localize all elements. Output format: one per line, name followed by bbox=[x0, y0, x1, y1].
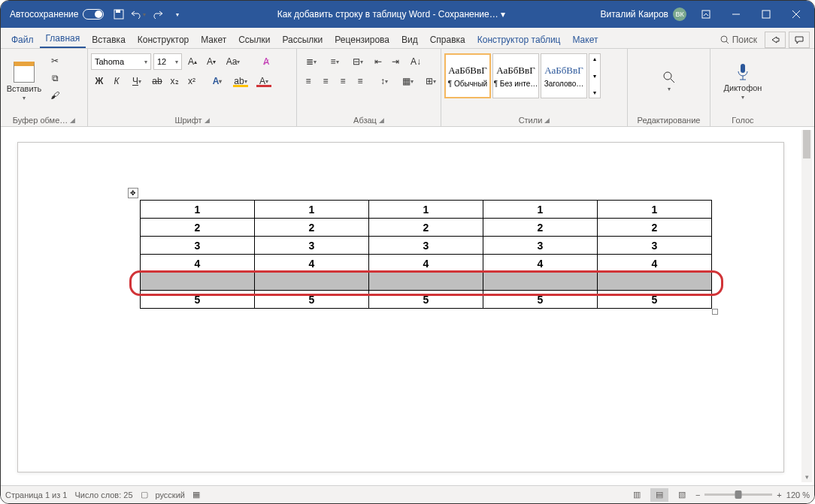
subscript-button[interactable]: x₂ bbox=[166, 73, 183, 89]
shrink-font-button[interactable]: A▾ bbox=[203, 53, 220, 70]
tab-help[interactable]: Справка bbox=[424, 30, 471, 48]
bold-button[interactable]: Ж bbox=[91, 73, 108, 89]
avatar: ВК bbox=[673, 8, 686, 21]
autosave-toggle[interactable]: Автосохранение bbox=[10, 9, 104, 20]
vertical-scrollbar[interactable]: ▴ ▾ bbox=[801, 130, 812, 482]
cut-button[interactable]: ✂ bbox=[47, 53, 63, 68]
language-indicator[interactable]: русский bbox=[156, 490, 185, 499]
status-bar: Страница 1 из 1 Число слов: 25 ▢ русский… bbox=[1, 485, 814, 503]
align-center-button[interactable]: ≡ bbox=[317, 73, 334, 89]
share-button[interactable] bbox=[765, 32, 786, 48]
search-box[interactable]: Поиск bbox=[716, 33, 762, 47]
group-styles-label: Стили bbox=[519, 116, 543, 125]
style-heading1[interactable]: АаБбВвГ Заголово… bbox=[541, 53, 587, 98]
highlight-button[interactable]: ab▾ bbox=[229, 73, 252, 89]
tab-references[interactable]: Ссылки bbox=[232, 30, 276, 48]
minimize-button[interactable] bbox=[721, 1, 751, 28]
borders-button[interactable]: ⊞▾ bbox=[420, 73, 442, 89]
zoom-level[interactable]: 120 % bbox=[786, 490, 810, 499]
tab-review[interactable]: Рецензирова bbox=[329, 30, 395, 48]
redo-button[interactable] bbox=[149, 5, 167, 23]
search-icon bbox=[720, 35, 729, 44]
paste-button[interactable]: Вставить ▾ bbox=[4, 52, 44, 110]
group-voice: Диктофон ▾ Голос bbox=[710, 49, 775, 126]
view-web-layout[interactable]: ▧ bbox=[673, 488, 691, 502]
group-clipboard-label: Буфер обме… bbox=[13, 116, 68, 125]
view-read-mode[interactable]: ▥ bbox=[628, 488, 646, 502]
font-size-select[interactable]: 12▾ bbox=[153, 53, 182, 70]
comments-button[interactable] bbox=[789, 32, 810, 48]
ribbon-display-options[interactable] bbox=[691, 1, 721, 28]
change-case-button[interactable]: Aa▾ bbox=[222, 53, 244, 70]
style-normal[interactable]: АаБбВвГ ¶ Обычный bbox=[444, 53, 491, 98]
app-window: Автосохранение ▾ ▾ Как добавить строку в… bbox=[0, 0, 815, 504]
styles-gallery-more[interactable]: ▴▾▾ bbox=[589, 53, 601, 98]
scroll-down-icon[interactable]: ▾ bbox=[801, 472, 812, 482]
align-left-button[interactable]: ≡ bbox=[300, 73, 317, 89]
zoom-in-button[interactable]: + bbox=[777, 490, 781, 499]
grow-font-button[interactable]: A▴ bbox=[184, 53, 201, 70]
align-right-button[interactable]: ≡ bbox=[335, 73, 351, 89]
font-color-button[interactable]: A▾ bbox=[253, 73, 275, 89]
toggle-switch-icon bbox=[83, 9, 104, 20]
document-table[interactable]: 11111 22222 33333 44444 55555 bbox=[140, 200, 712, 309]
svg-line-8 bbox=[726, 41, 729, 44]
word-count[interactable]: Число слов: 25 bbox=[74, 490, 132, 499]
shading-button[interactable]: ▦▾ bbox=[396, 73, 419, 89]
qat-customize[interactable]: ▾ bbox=[168, 5, 186, 23]
save-icon[interactable] bbox=[110, 5, 128, 23]
tab-table-layout[interactable]: Макет bbox=[566, 30, 604, 48]
decrease-indent-button[interactable]: ⇤ bbox=[370, 53, 386, 70]
maximize-button[interactable] bbox=[751, 1, 781, 28]
strike-button[interactable]: ab bbox=[149, 73, 165, 89]
zoom-slider[interactable] bbox=[704, 493, 772, 496]
page-indicator[interactable]: Страница 1 из 1 bbox=[5, 490, 67, 499]
table-resize-handle-icon[interactable] bbox=[712, 309, 718, 315]
numbering-button[interactable]: ≡▾ bbox=[323, 53, 346, 70]
tab-mailings[interactable]: Рассылки bbox=[276, 30, 329, 48]
table-row-selected bbox=[141, 273, 712, 291]
tab-file[interactable]: Файл bbox=[5, 30, 40, 48]
svg-rect-4 bbox=[762, 11, 770, 18]
sort-button[interactable]: A↓ bbox=[404, 53, 427, 70]
tab-design[interactable]: Конструктор bbox=[132, 30, 195, 48]
proofing-icon[interactable]: ▢ bbox=[141, 490, 148, 499]
style-no-spacing[interactable]: АаБбВвГ ¶ Без инте… bbox=[492, 53, 539, 98]
increase-indent-button[interactable]: ⇥ bbox=[387, 53, 404, 70]
find-button[interactable]: ▾ bbox=[662, 52, 676, 110]
zoom-out-button[interactable]: − bbox=[695, 490, 700, 499]
dictate-button[interactable]: Диктофон ▾ bbox=[723, 52, 763, 110]
ribbon-tabs: Файл Главная Вставка Конструктор Макет С… bbox=[1, 28, 814, 49]
user-account[interactable]: Виталий Каиров ВК bbox=[600, 8, 686, 21]
table-move-handle-icon[interactable]: ✥ bbox=[128, 188, 138, 198]
svg-rect-11 bbox=[741, 64, 745, 73]
tab-home[interactable]: Главная bbox=[40, 29, 86, 48]
close-button[interactable] bbox=[781, 1, 811, 28]
scrollbar-thumb[interactable] bbox=[803, 130, 810, 158]
undo-button[interactable]: ▾ bbox=[129, 5, 147, 23]
group-voice-label: Голос bbox=[732, 116, 753, 125]
superscript-button[interactable]: x² bbox=[183, 73, 200, 89]
tab-layout[interactable]: Макет bbox=[195, 30, 232, 48]
copy-button[interactable]: ⧉ bbox=[47, 71, 63, 86]
svg-rect-2 bbox=[702, 11, 710, 18]
multilevel-button[interactable]: ⊟▾ bbox=[347, 53, 369, 70]
justify-button[interactable]: ≡ bbox=[352, 73, 368, 89]
format-painter-button[interactable]: 🖌 bbox=[47, 88, 63, 103]
underline-button[interactable]: Ч▾ bbox=[126, 73, 148, 89]
view-print-layout[interactable]: ▤ bbox=[650, 488, 668, 502]
line-spacing-button[interactable]: ↕▾ bbox=[373, 73, 395, 89]
italic-button[interactable]: К bbox=[108, 73, 125, 89]
macro-icon[interactable]: ▦ bbox=[192, 490, 200, 499]
table-row: 44444 bbox=[141, 255, 712, 273]
font-name-select[interactable]: Tahoma▾ bbox=[91, 53, 151, 70]
tab-insert[interactable]: Вставка bbox=[86, 30, 132, 48]
clear-formatting-button[interactable]: A̷ bbox=[258, 53, 274, 70]
table-row: 55555 bbox=[141, 291, 712, 309]
tab-view[interactable]: Вид bbox=[395, 30, 424, 48]
tab-table-design[interactable]: Конструктор таблиц bbox=[471, 30, 567, 48]
text-effects-button[interactable]: A▾ bbox=[206, 73, 229, 89]
bullets-button[interactable]: ≣▾ bbox=[300, 53, 323, 70]
search-icon bbox=[662, 71, 676, 84]
svg-point-7 bbox=[721, 36, 727, 42]
